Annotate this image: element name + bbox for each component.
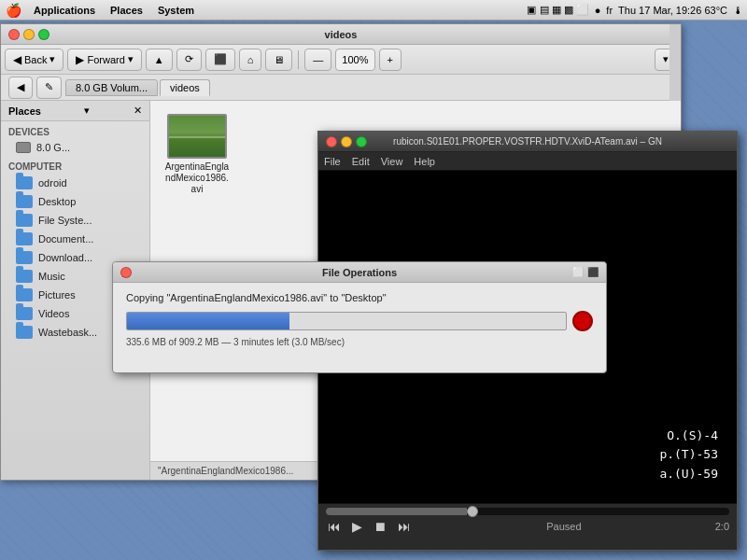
video-ctrl-row: ⏮ ▶ ⏹ ⏭ Paused 2:0: [326, 519, 729, 534]
fo-resize-buttons[interactable]: ⬜ ⬛: [572, 267, 599, 277]
folder-icon: [16, 270, 33, 283]
sidebar-wastebasket-label: Wastebask...: [38, 327, 97, 338]
file-manager-titlebar: videos: [1, 24, 681, 45]
forward-arrow-icon: ▶: [76, 53, 84, 66]
zoom-in-icon: +: [388, 54, 393, 65]
back-button[interactable]: ◀ Back ▾: [5, 49, 63, 71]
play-button[interactable]: ▶: [350, 519, 364, 534]
file-ops-progress-wrap: [126, 311, 593, 331]
menubar-indicator: ●: [595, 5, 601, 16]
sidebar-desktop-label: Desktop: [38, 196, 76, 207]
fo-restore-icon[interactable]: ⬜: [572, 267, 584, 277]
maximize-button[interactable]: [38, 29, 49, 40]
sidebar-item-documents[interactable]: Document...: [1, 230, 149, 248]
apple-menu[interactable]: 🍎: [4, 1, 22, 20]
edit-icon: ✎: [45, 81, 53, 93]
video-title: rubicon.S01E01.PROPER.VOSTFR.HDTV.XviD-A…: [393, 136, 662, 147]
view-dropdown-icon: ▾: [663, 53, 669, 65]
video-subtitles: O.(S)-4 p.(T)-53 a.(U)-59: [318, 427, 737, 484]
hdd-icon: [16, 142, 31, 153]
sidebar-item-desktop[interactable]: Desktop: [1, 192, 149, 211]
sidebar-devices-label: Devices: [1, 121, 149, 139]
forward-button[interactable]: ▶ Forward ▾: [67, 49, 141, 71]
video-progress-fill: [326, 508, 467, 515]
file-ops-title: File Operations: [322, 267, 397, 278]
video-progress-knob[interactable]: [467, 506, 478, 517]
up-button[interactable]: ▲: [146, 49, 173, 71]
file-ops-content: Copying "ArgentinaEnglandMexico1986.avi"…: [113, 283, 606, 357]
computer-button[interactable]: 🖥: [265, 49, 292, 71]
edit-location-button[interactable]: ✎: [36, 77, 62, 99]
forward-label: Forward: [87, 54, 124, 65]
video-menu-edit[interactable]: Edit: [352, 156, 370, 167]
video-thumb-content: [169, 116, 225, 157]
menubar-system[interactable]: System: [150, 3, 202, 18]
menubar-datetime: Thu 17 Mar, 19:26 63°C: [618, 5, 727, 16]
stop-button[interactable]: ⬛: [205, 49, 235, 71]
back-label: Back: [24, 54, 47, 65]
file-item-video[interactable]: ArgentinaEnglandMexico1986.avi: [160, 110, 234, 199]
sidebar-header-title: Places: [8, 105, 41, 117]
sidebar-header: Places ▾ ✕: [1, 101, 149, 121]
sidebar-close-icon[interactable]: ✕: [134, 105, 142, 117]
back-arrow-icon: ◀: [13, 53, 21, 66]
file-ops-stats: 335.6 MB of 909.2 MB — 3 minutes left (3…: [126, 337, 593, 347]
subtitle-line-3: a.(U)-59: [318, 465, 718, 484]
statusbar-text: "ArgentinaEnglandMexico1986...: [158, 466, 293, 476]
sidebar-filesystem-label: File Syste...: [38, 215, 92, 226]
file-manager-title: videos: [325, 29, 358, 40]
sidebar-music-label: Music: [38, 271, 65, 282]
menubar-applications[interactable]: Applications: [26, 3, 103, 18]
home-icon: ⌂: [247, 54, 254, 65]
sidebar-toggle-icon[interactable]: ▾: [84, 105, 90, 117]
sidebar-item-filesystem[interactable]: File Syste...: [1, 211, 149, 230]
minimize-button[interactable]: [23, 29, 35, 40]
menubar-places[interactable]: Places: [103, 3, 150, 18]
video-menubar: File Edit View Help: [318, 152, 737, 171]
sidebar-hdd-label: 8.0 G...: [36, 142, 70, 153]
forward-dropdown-icon[interactable]: ▾: [128, 53, 134, 65]
sidebar-item-odroid[interactable]: odroid: [1, 174, 149, 192]
sidebar-computer-label: Computer: [1, 156, 149, 174]
zoom-control: 100%: [335, 49, 374, 71]
file-operations-dialog: File Operations ⬜ ⬛ Copying "ArgentinaEn…: [112, 261, 607, 373]
fo-maximize-icon[interactable]: ⬛: [587, 267, 599, 277]
back-dropdown-icon[interactable]: ▾: [49, 53, 55, 65]
folder-icon: [16, 288, 33, 301]
sidebar-documents-label: Document...: [38, 233, 93, 245]
folder-icon: [16, 232, 33, 245]
folder-icon: [16, 195, 33, 208]
video-close-button[interactable]: [326, 136, 337, 147]
zoom-out-button[interactable]: —: [304, 49, 331, 71]
computer-icon: 🖥: [274, 54, 284, 65]
zoom-in-button[interactable]: +: [379, 49, 402, 71]
reload-button[interactable]: ⟳: [176, 49, 202, 71]
close-button[interactable]: [8, 29, 20, 40]
video-minimize-button[interactable]: [341, 136, 352, 147]
file-ops-titlebar: File Operations ⬜ ⬛: [113, 262, 606, 283]
up-arrow-icon: ▲: [154, 54, 164, 65]
video-menu-help[interactable]: Help: [414, 156, 435, 167]
sidebar-pictures-label: Pictures: [38, 289, 76, 301]
file-ops-stop-button[interactable]: [572, 311, 593, 331]
rewind-button[interactable]: ⏮: [326, 519, 343, 534]
tab-videos[interactable]: videos: [160, 79, 210, 96]
zoom-level: 100%: [342, 54, 368, 65]
home-button[interactable]: ⌂: [239, 49, 262, 71]
video-thumbnail: [167, 114, 227, 159]
stop-icon: ⬛: [214, 53, 227, 65]
folder-icon: [16, 176, 33, 189]
fast-forward-button[interactable]: ⏭: [396, 519, 413, 534]
video-maximize-button[interactable]: [356, 136, 367, 147]
video-progress-bar[interactable]: [326, 508, 729, 515]
fo-close-button[interactable]: [120, 267, 132, 278]
tab-volume[interactable]: 8.0 GB Volum...: [65, 79, 158, 96]
video-menu-view[interactable]: View: [381, 156, 403, 167]
file-manager-toolbar: ◀ Back ▾ ▶ Forward ▾ ▲ ⟳ ⬛ ⌂ 🖥 — 100%: [1, 45, 681, 75]
toolbar-separator: [298, 50, 299, 69]
menubar-temp-icon: 🌡: [733, 5, 743, 16]
sidebar-item-hdd[interactable]: 8.0 G...: [1, 139, 149, 156]
left-arrow-nav[interactable]: ◀: [8, 77, 33, 99]
stop-button[interactable]: ⏹: [372, 519, 388, 534]
video-menu-file[interactable]: File: [324, 156, 341, 167]
